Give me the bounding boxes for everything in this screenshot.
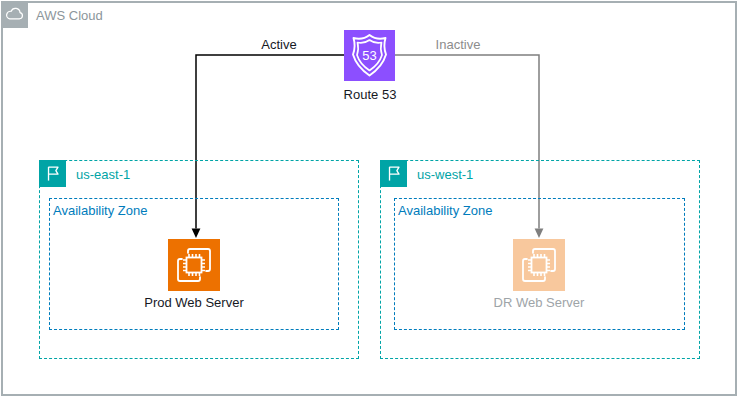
prod-web-server-icon (168, 239, 220, 291)
prod-web-server-label: Prod Web Server (128, 295, 260, 310)
aws-cloud-label: AWS Cloud (36, 8, 103, 23)
diagram-canvas: AWS Cloud Active Inactive 53 Route 53 us… (0, 0, 741, 401)
cloud-icon (1, 1, 28, 28)
route53-shield-icon: 53 (344, 30, 395, 81)
dr-web-server-icon (513, 239, 565, 291)
dr-web-server-label: DR Web Server (473, 295, 605, 310)
availability-zone-label-west: Availability Zone (398, 203, 492, 218)
route53-icon-number: 53 (362, 48, 376, 63)
active-connection-label: Active (239, 37, 319, 52)
region-flag-icon-east (39, 160, 66, 187)
route53-label: Route 53 (320, 87, 420, 102)
region-label-us-west-1: us-west-1 (417, 167, 473, 182)
region-label-us-east-1: us-east-1 (76, 167, 130, 182)
region-flag-icon-west (380, 160, 407, 187)
availability-zone-label-east: Availability Zone (53, 203, 147, 218)
inactive-connection-label: Inactive (418, 37, 498, 52)
